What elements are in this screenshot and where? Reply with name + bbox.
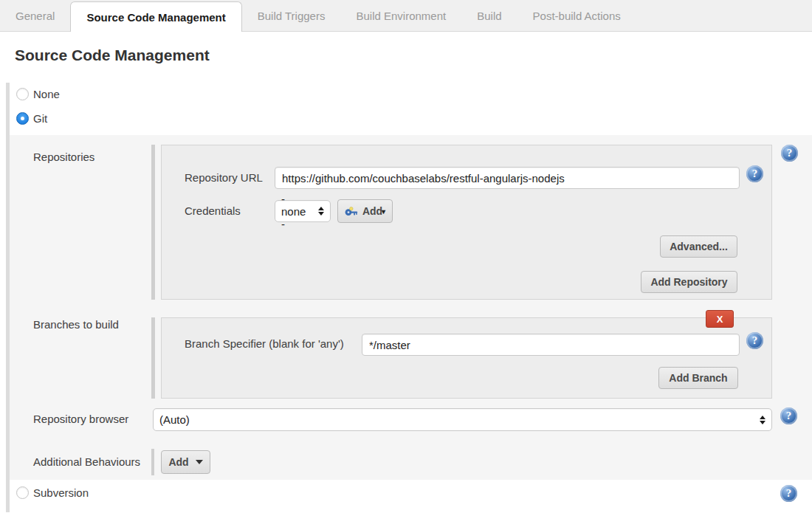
repository-browser-selected-value: (Auto) xyxy=(159,413,190,426)
add-credentials-label: Add xyxy=(362,205,382,217)
add-credentials-button[interactable]: Add ▾ xyxy=(337,199,393,223)
tab-source-code-management[interactable]: Source Code Management xyxy=(70,1,241,32)
credentials-label: Credentials xyxy=(185,204,241,218)
radio-subversion-label: Subversion xyxy=(33,486,89,500)
repositories-label: Repositories xyxy=(33,151,94,164)
credentials-selected-value: - none - xyxy=(281,193,312,230)
tab-build-environment[interactable]: Build Environment xyxy=(340,0,461,31)
caret-down-icon: ▾ xyxy=(382,207,385,216)
tab-build[interactable]: Build xyxy=(461,0,517,31)
radio-git[interactable] xyxy=(16,112,29,125)
branches-to-build-label: Branches to build xyxy=(33,318,119,331)
branch-specifier-help-icon[interactable]: ? xyxy=(746,332,763,349)
repository-url-label: Repository URL xyxy=(185,171,263,185)
additional-behaviours-label: Additional Behaviours xyxy=(33,455,140,469)
branch-chunk-handle xyxy=(151,317,155,399)
select-stepper-icon xyxy=(318,207,324,216)
radio-none[interactable] xyxy=(16,88,29,100)
key-icon xyxy=(345,207,358,216)
repository-url-input[interactable] xyxy=(275,167,740,189)
add-repository-label: Add Repository xyxy=(650,276,727,288)
radio-none-label: None xyxy=(33,88,60,101)
select-stepper-icon xyxy=(760,416,765,424)
tab-build-triggers[interactable]: Build Triggers xyxy=(242,0,341,31)
add-repository-button[interactable]: Add Repository xyxy=(641,271,737,293)
add-branch-button[interactable]: Add Branch xyxy=(658,367,738,389)
radio-subversion[interactable] xyxy=(16,486,29,499)
repository-browser-select[interactable]: (Auto) xyxy=(153,408,772,431)
repository-browser-label: Repository browser xyxy=(33,413,128,426)
repository-browser-help-icon[interactable]: ? xyxy=(780,407,797,424)
behaviours-chunk-handle xyxy=(151,449,154,475)
credentials-select[interactable]: - none - xyxy=(275,200,331,222)
jenkins-job-config-page: General Source Code Management Build Tri… xyxy=(0,0,812,513)
repositories-help-icon[interactable]: ? xyxy=(781,145,798,162)
subversion-help-icon[interactable]: ? xyxy=(780,485,797,502)
caret-down-icon xyxy=(196,460,203,464)
tab-general[interactable]: General xyxy=(0,0,70,31)
advanced-button-label: Advanced... xyxy=(670,241,728,252)
tab-post-build-actions[interactable]: Post-build Actions xyxy=(517,0,636,31)
add-behaviour-button[interactable]: Add xyxy=(161,450,210,474)
branch-specifier-label: Branch Specifier (blank for 'any') xyxy=(185,337,344,351)
advanced-button[interactable]: Advanced... xyxy=(660,235,737,258)
radio-git-label: Git xyxy=(33,112,47,125)
add-branch-label: Add Branch xyxy=(669,372,727,384)
config-tabbar: General Source Code Management Build Tri… xyxy=(0,0,812,32)
page-title: Source Code Management xyxy=(15,47,210,64)
delete-branch-button[interactable]: X xyxy=(706,310,734,328)
repository-chunk-handle xyxy=(151,145,155,300)
add-behaviour-label: Add xyxy=(168,456,188,468)
branch-specifier-input[interactable] xyxy=(362,334,740,356)
repository-url-help-icon[interactable]: ? xyxy=(746,165,763,182)
